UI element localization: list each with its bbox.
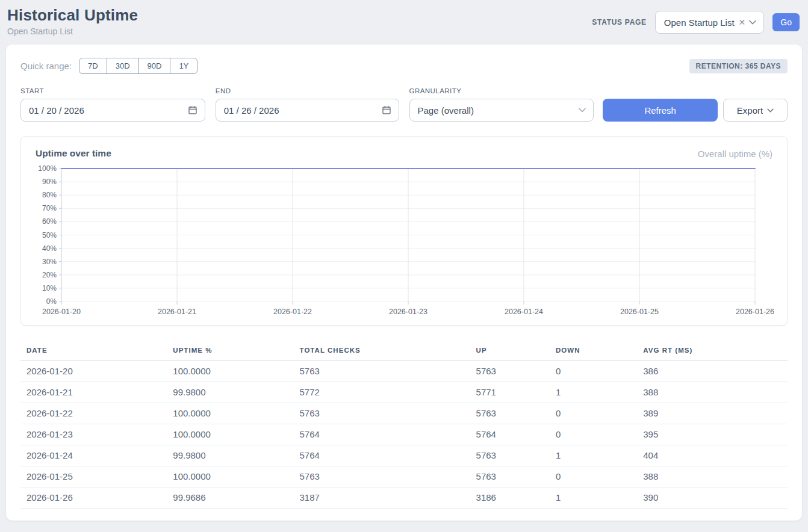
page-header: Historical Uptime Open Startup List STAT… [0,0,808,36]
table-cell: 2026-01-26 [20,487,167,509]
svg-text:2026-01-22: 2026-01-22 [273,308,312,316]
calendar-icon[interactable] [188,105,197,115]
column-header: AVG RT (MS) [637,341,788,361]
quick-range-group: 7D30D90D1Y [79,58,197,74]
table-cell: 3187 [294,487,470,509]
column-header: DOWN [550,341,637,361]
table-cell: 386 [637,361,788,382]
status-page-value: Open Startup List [664,17,735,28]
start-label: START [20,87,205,94]
start-date-value: 01 / 20 / 2026 [29,105,84,116]
table-cell: 0 [550,361,637,382]
status-page-label: STATUS PAGE [592,18,647,26]
quick-range-90d-button[interactable]: 90D [138,58,171,74]
end-date-value: 01 / 26 / 2026 [224,105,279,116]
table-cell: 3186 [470,487,550,509]
svg-text:2026-01-20: 2026-01-20 [42,308,81,316]
chart-legend: Overall uptime (%) [698,149,772,159]
table-cell: 5763 [294,403,470,424]
status-page-select[interactable]: Open Startup List ✕ [655,11,764,34]
svg-text:100%: 100% [38,164,57,173]
table-cell: 100.0000 [167,403,293,424]
svg-text:2026-01-25: 2026-01-25 [620,308,659,316]
uptime-table: DATEUPTIME %TOTAL CHECKSUPDOWNAVG RT (MS… [20,341,788,509]
table-cell: 0 [550,403,637,424]
table-cell: 100.0000 [167,424,293,445]
chevron-down-icon [579,108,586,113]
export-label: Export [737,105,763,116]
quick-range-wrap: Quick range: 7D30D90D1Y [20,58,197,74]
svg-text:60%: 60% [42,217,57,226]
table-cell: 99.9800 [167,445,293,466]
table-body: 2026-01-20100.00005763576303862026-01-21… [20,361,788,509]
quick-range-30d-button[interactable]: 30D [107,58,139,74]
table-cell: 404 [637,445,788,466]
table-header-row: DATEUPTIME %TOTAL CHECKSUPDOWNAVG RT (MS… [20,341,788,361]
svg-text:2026-01-23: 2026-01-23 [389,308,427,316]
svg-text:2026-01-26: 2026-01-26 [736,308,774,316]
end-date-input[interactable]: 01 / 26 / 2026 [216,99,399,122]
svg-text:70%: 70% [42,204,57,212]
table-cell: 2026-01-25 [20,466,167,487]
table-cell: 0 [550,424,637,445]
main-card: Quick range: 7D30D90D1Y RETENTION: 365 D… [6,45,802,521]
svg-text:0%: 0% [46,297,57,306]
quick-range-7d-button[interactable]: 7D [79,58,107,74]
svg-text:90%: 90% [42,178,57,186]
table-cell: 390 [637,487,788,509]
chevron-down-icon [749,20,756,25]
clear-icon[interactable]: ✕ [739,17,746,27]
table-cell: 99.9686 [167,487,293,509]
table-row: 2026-01-25100.0000576357630388 [20,466,788,487]
table-cell: 1 [550,382,637,403]
table-cell: 5763 [470,466,550,487]
svg-text:50%: 50% [42,231,57,240]
table-cell: 389 [637,403,788,424]
table-cell: 5764 [470,424,550,445]
table-cell: 5763 [470,445,550,466]
table-cell: 0 [550,466,637,487]
page-title: Historical Uptime [7,6,138,25]
chart-title: Uptime over time [36,148,111,159]
granularity-select[interactable]: Page (overall) [409,99,594,122]
table-cell: 2026-01-23 [20,424,167,445]
granularity-field: GRANULARITY Page (overall) [409,87,594,122]
go-button[interactable]: Go [772,13,800,31]
svg-text:10%: 10% [42,284,57,292]
svg-text:30%: 30% [42,258,57,266]
granularity-label: GRANULARITY [409,87,594,94]
table-row: 2026-01-20100.0000576357630386 [20,361,788,382]
svg-text:2026-01-21: 2026-01-21 [158,308,196,316]
column-header: TOTAL CHECKS [294,341,470,361]
table-cell: 2026-01-24 [20,445,167,466]
chevron-down-icon [767,108,774,113]
table-cell: 2026-01-20 [20,361,167,382]
quick-range-1y-button[interactable]: 1Y [170,58,197,74]
export-button[interactable]: Export [723,99,788,122]
table-cell: 1 [550,445,637,466]
table-cell: 395 [637,424,788,445]
calendar-icon[interactable] [382,105,391,115]
table-cell: 1 [550,487,637,509]
column-header: UPTIME % [167,341,293,361]
svg-text:2026-01-24: 2026-01-24 [505,308,543,316]
retention-badge: RETENTION: 365 DAYS [689,59,788,73]
table-cell: 5763 [294,466,470,487]
table-cell: 5764 [294,424,470,445]
table-cell: 99.9800 [167,382,293,403]
header-controls: STATUS PAGE Open Startup List ✕ Go [592,11,800,34]
table-row: 2026-01-23100.0000576457640395 [20,424,788,445]
refresh-button[interactable]: Refresh [603,99,718,122]
uptime-line-chart: 0%10%20%30%40%50%60%70%80%90%100%2026-01… [36,162,774,318]
start-date-input[interactable]: 01 / 20 / 2026 [20,99,205,122]
table-cell: 5763 [470,403,550,424]
end-field: END 01 / 26 / 2026 [216,87,399,122]
filters-form-row: START 01 / 20 / 2026 END 01 / 26 / 2026 [20,87,788,122]
table-row: 2026-01-2199.9800577257711388 [20,382,788,403]
end-label: END [216,87,399,94]
table-row: 2026-01-22100.0000576357630389 [20,403,788,424]
svg-text:40%: 40% [42,244,57,253]
table-cell: 2026-01-21 [20,382,167,403]
uptime-chart-card: Uptime over time Overall uptime (%) 0%10… [20,136,788,326]
title-block: Historical Uptime Open Startup List [7,6,138,36]
